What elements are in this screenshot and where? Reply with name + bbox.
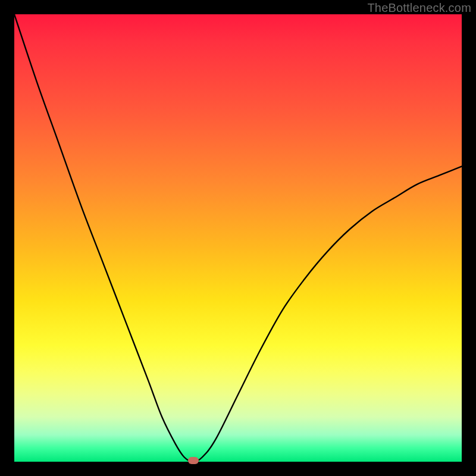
bottleneck-curve [14,14,462,462]
watermark-text: TheBottleneck.com [367,1,471,15]
optimal-marker [188,457,199,464]
chart-frame: TheBottleneck.com [0,0,476,476]
plot-area [14,14,462,462]
